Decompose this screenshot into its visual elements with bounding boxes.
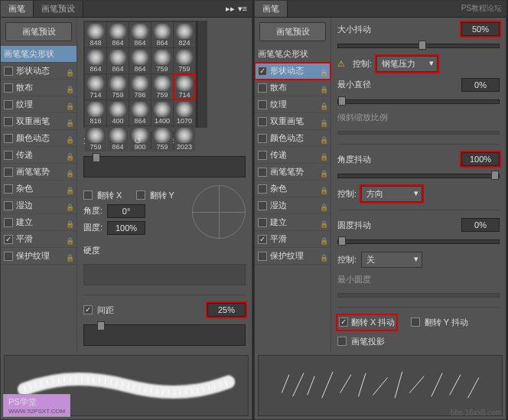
- brush-thumbnail[interactable]: 759: [151, 74, 173, 99]
- sidebar-buildup[interactable]: 建立: [255, 214, 331, 231]
- brush-thumbnail[interactable]: 864: [129, 100, 151, 125]
- menu-icon[interactable]: ▾≡: [238, 4, 247, 14]
- min-diameter-slider[interactable]: [337, 99, 500, 104]
- brush-thumbnail[interactable]: 864: [151, 22, 173, 47]
- angle-jitter-value[interactable]: 100%: [461, 152, 500, 166]
- size-jitter-value[interactable]: 50%: [461, 22, 500, 36]
- brush-projection-checkbox[interactable]: [337, 337, 347, 346]
- roundness-jitter-value[interactable]: 0%: [461, 218, 500, 232]
- tab-brush[interactable]: 画笔: [255, 1, 288, 17]
- roundness-value[interactable]: 100%: [107, 221, 145, 235]
- brush-thumbnail[interactable]: 864: [129, 22, 151, 47]
- min-diameter-value[interactable]: 0%: [461, 78, 500, 92]
- brush-thumbnail[interactable]: 864: [85, 48, 106, 73]
- lock-icon: [66, 168, 73, 176]
- brush-thumbnail[interactable]: 759: [174, 48, 195, 73]
- brush-thumbnail[interactable]: 864: [107, 22, 129, 47]
- watermark-top: PS教程论坛: [461, 3, 502, 14]
- hardness-slider[interactable]: [83, 264, 246, 285]
- sidebar-scattering[interactable]: 散布: [1, 80, 77, 96]
- grid-scrollbar[interactable]: [197, 21, 207, 128]
- lock-icon: [66, 236, 73, 243]
- lock-icon: [66, 118, 73, 125]
- brush-thumbnail[interactable]: 2023: [174, 126, 195, 151]
- lock-icon: [320, 236, 327, 243]
- angle-value[interactable]: 0°: [107, 204, 145, 218]
- sidebar-transfer[interactable]: 传递: [255, 147, 331, 164]
- brush-thumbnail[interactable]: 848: [85, 22, 106, 47]
- lock-icon: [320, 101, 327, 109]
- brush-thumbnail[interactable]: 786: [129, 74, 151, 99]
- size-jitter-slider[interactable]: [337, 44, 500, 48]
- sidebar-shape-dynamics[interactable]: 形状动态: [1, 63, 77, 80]
- brush-thumbnail[interactable]: 864: [107, 48, 129, 73]
- sidebar-wet-edges[interactable]: 湿边: [1, 197, 77, 214]
- sidebar-noise[interactable]: 杂色: [1, 181, 77, 197]
- size-control-dropdown[interactable]: 钢笔压力: [376, 56, 438, 72]
- brush-thumbnail[interactable]: 816: [85, 100, 106, 125]
- roundness-control-dropdown[interactable]: 关: [361, 252, 422, 268]
- lock-icon: [66, 101, 73, 109]
- brush-thumbnail[interactable]: 759: [151, 126, 173, 151]
- flip-y-checkbox[interactable]: [136, 190, 145, 200]
- sidebar-tip-shape[interactable]: 画笔笔尖形状: [1, 46, 77, 63]
- svg-line-1: [293, 373, 304, 397]
- sidebar-buildup[interactable]: 建立: [1, 214, 77, 231]
- flip-x-jitter-checkbox[interactable]: [339, 317, 348, 327]
- logo-badge: PS学堂WWW.52PSXT.COM: [3, 394, 70, 417]
- collapse-icon[interactable]: ▸▸: [226, 4, 235, 14]
- brush-sidebar: 画笔预设 画笔笔尖形状 形状动态 散布 纹理 双重画笔 颜色动态 传递 画笔笔势…: [255, 18, 331, 352]
- brush-sidebar: 画笔预设 画笔笔尖形状 形状动态 散布 纹理 双重画笔 颜色动态 传递 画笔笔势…: [1, 18, 77, 352]
- brush-thumbnail[interactable]: 759: [107, 74, 129, 99]
- hardness-label: 硬度: [83, 245, 129, 256]
- sidebar-texture[interactable]: 纹理: [1, 96, 77, 113]
- angle-roundness-widget[interactable]: [192, 185, 246, 239]
- sidebar-noise[interactable]: 杂色: [255, 181, 331, 197]
- spacing-checkbox[interactable]: [83, 305, 93, 314]
- brush-thumbnail[interactable]: 714: [85, 74, 106, 99]
- tab-presets[interactable]: 画笔预设: [34, 1, 83, 17]
- sidebar-dual-brush[interactable]: 双重画笔: [255, 113, 331, 130]
- lock-icon: [320, 135, 327, 142]
- sidebar-brush-pose[interactable]: 画笔笔势: [1, 164, 77, 181]
- preset-button[interactable]: 画笔预设: [259, 22, 326, 41]
- brush-thumbnail[interactable]: 759: [85, 126, 106, 151]
- sidebar-protect-texture[interactable]: 保护纹理: [255, 248, 331, 265]
- brush-panel-right: 画笔 画笔预设 画笔笔尖形状 形状动态 散布 纹理 双重画笔 颜色动态 传递 画…: [254, 0, 506, 420]
- spacing-slider[interactable]: [83, 324, 246, 346]
- angle-control-dropdown[interactable]: 方向: [361, 186, 422, 202]
- svg-line-5: [358, 373, 366, 397]
- brush-thumbnail[interactable]: 1400: [151, 100, 173, 125]
- brush-thumbnail[interactable]: 400: [107, 100, 129, 125]
- sidebar-scattering[interactable]: 散布: [255, 80, 331, 96]
- brush-thumbnail[interactable]: 759: [151, 48, 173, 73]
- sidebar-color-dynamics[interactable]: 颜色动态: [1, 130, 77, 147]
- brush-thumbnail-grid[interactable]: 8488648648648248648648647597597147597867…: [83, 21, 197, 128]
- angle-jitter-slider[interactable]: [337, 174, 500, 178]
- reset-icon[interactable]: [134, 135, 145, 146]
- brush-thumbnail[interactable]: 824: [174, 22, 195, 47]
- preset-button[interactable]: 画笔预设: [5, 22, 72, 41]
- spacing-value[interactable]: 25%: [207, 303, 246, 317]
- roundness-jitter-slider[interactable]: [337, 239, 500, 244]
- flip-y-jitter-checkbox[interactable]: [411, 317, 420, 327]
- sidebar-dual-brush[interactable]: 双重画笔: [1, 113, 77, 130]
- sidebar-wet-edges[interactable]: 湿边: [255, 197, 331, 214]
- sidebar-color-dynamics[interactable]: 颜色动态: [255, 130, 331, 147]
- tilt-scale-slider: [337, 131, 500, 135]
- sidebar-smoothing[interactable]: 平滑: [255, 231, 331, 248]
- flip-x-checkbox[interactable]: [83, 190, 93, 200]
- sidebar-texture[interactable]: 纹理: [255, 96, 331, 113]
- sidebar-protect-texture[interactable]: 保护纹理: [1, 248, 77, 265]
- sidebar-shape-dynamics[interactable]: 形状动态: [255, 63, 331, 80]
- brush-thumbnail[interactable]: 864: [129, 48, 151, 73]
- tab-brush[interactable]: 画笔: [1, 1, 34, 17]
- brush-thumbnail[interactable]: 714: [174, 74, 195, 99]
- sidebar-smoothing[interactable]: 平滑: [1, 231, 77, 248]
- sidebar-brush-pose[interactable]: 画笔笔势: [255, 164, 331, 181]
- sidebar-tip-shape[interactable]: 画笔笔尖形状: [255, 46, 331, 63]
- sidebar-transfer[interactable]: 传递: [1, 147, 77, 164]
- size-slider[interactable]: [83, 156, 246, 177]
- brush-thumbnail[interactable]: 864: [107, 126, 129, 151]
- brush-thumbnail[interactable]: 1070: [174, 100, 195, 125]
